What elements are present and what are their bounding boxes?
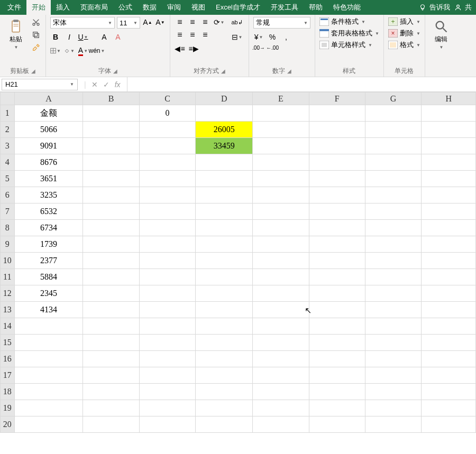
cell-F20[interactable] [309,416,365,433]
cell-G19[interactable] [365,400,421,416]
orientation-button[interactable]: ⟳▼ [214,17,224,27]
cell-C4[interactable] [139,154,196,171]
number-format-select[interactable]: 常规▼ [253,17,310,29]
cell-F11[interactable] [309,269,365,285]
cell-F15[interactable] [309,335,365,351]
cell-E3[interactable] [253,138,309,154]
menu-help[interactable]: 帮助 [304,0,328,15]
cell-A20[interactable] [14,416,83,433]
decrease-indent-button[interactable]: ◀≡ [175,43,185,54]
cell-E7[interactable] [253,203,309,220]
copy-button[interactable] [31,30,41,40]
cell-E18[interactable] [253,384,309,400]
cell-C19[interactable] [139,400,196,416]
cell-D13[interactable] [196,302,253,318]
cell-B8[interactable] [83,220,139,236]
cell-E1[interactable] [253,105,309,122]
delete-cells-button[interactable]: ×删除▼ [388,29,420,38]
align-top-button[interactable]: ≡ [175,17,185,27]
cell-G5[interactable] [365,171,421,187]
font-size-select[interactable]: 11▼ [117,17,140,29]
align-right-button[interactable]: ≡ [200,30,210,40]
cell-B17[interactable] [83,367,139,384]
cell-B16[interactable] [83,351,139,367]
cell-A18[interactable] [14,384,83,400]
cell-C7[interactable] [139,203,196,220]
cell-G20[interactable] [365,416,421,433]
format-cells-button[interactable]: 格式▼ [388,40,420,50]
cell-A11[interactable]: 5884 [14,269,83,285]
cell-H5[interactable] [422,171,476,187]
menu-special[interactable]: 特色功能 [328,0,366,15]
format-painter-button[interactable] [31,42,41,53]
cell-H2[interactable] [422,122,476,138]
cell-A9[interactable]: 1739 [14,236,83,253]
cell-E15[interactable] [253,335,309,351]
cell-D18[interactable] [196,384,253,400]
row-header-10[interactable]: 10 [1,253,15,269]
cell-G15[interactable] [365,335,421,351]
cell-A8[interactable]: 6734 [14,220,83,236]
cell-E12[interactable] [253,285,309,302]
menu-insert[interactable]: 插入 [51,0,75,15]
cell-A12[interactable]: 2345 [14,285,83,302]
col-header-H[interactable]: H [422,92,476,105]
col-header-G[interactable]: G [365,92,421,105]
cell-F3[interactable] [309,138,365,154]
cell-B14[interactable] [83,318,139,335]
menu-review[interactable]: 审阅 [162,0,186,15]
percent-button[interactable]: % [267,32,278,42]
cell-H20[interactable] [422,416,476,433]
cell-H8[interactable] [422,220,476,236]
cell-B12[interactable] [83,285,139,302]
cell-F17[interactable] [309,367,365,384]
cell-G13[interactable] [365,302,421,318]
cell-D7[interactable] [196,203,253,220]
cell-B5[interactable] [83,171,139,187]
align-left-button[interactable]: ≡ [175,30,185,40]
cell-H14[interactable] [422,318,476,335]
cell-A7[interactable]: 6532 [14,203,83,220]
formula-input[interactable] [127,79,476,90]
menu-data[interactable]: 数据 [138,0,162,15]
cell-E13[interactable] [253,302,309,318]
row-header-8[interactable]: 8 [1,220,15,236]
cell-A14[interactable] [14,318,83,335]
cell-H9[interactable] [422,236,476,253]
cell-C15[interactable] [139,335,196,351]
pinyin-button[interactable]: wén▼ [91,45,102,56]
cell-A5[interactable]: 3651 [14,171,83,187]
comma-button[interactable]: , [281,32,291,42]
cell-B19[interactable] [83,400,139,416]
col-header-B[interactable]: B [83,92,139,105]
increase-font-button[interactable]: A▲ [142,17,153,27]
dialog-launcher-icon[interactable]: ◢ [31,68,35,74]
cell-C6[interactable] [139,187,196,203]
cell-F1[interactable] [309,105,365,122]
cell-B7[interactable] [83,203,139,220]
cell-D3[interactable]: 33459 [196,138,253,154]
cell-G17[interactable] [365,367,421,384]
cell-E9[interactable] [253,236,309,253]
cell-E19[interactable] [253,400,309,416]
font-color-button[interactable]: A▼ [78,45,88,56]
cut-button[interactable] [31,17,41,27]
cell-G14[interactable] [365,318,421,335]
align-center-button[interactable]: ≡ [187,30,198,40]
increase-decimal-button[interactable]: .00→ [253,42,264,53]
cell-C8[interactable] [139,220,196,236]
cell-B11[interactable] [83,269,139,285]
cell-A4[interactable]: 8676 [14,154,83,171]
cell-G6[interactable] [365,187,421,203]
cell-H13[interactable] [422,302,476,318]
cell-D15[interactable] [196,335,253,351]
cell-B1[interactable] [83,105,139,122]
cell-H18[interactable] [422,384,476,400]
cell-B2[interactable] [83,122,139,138]
cell-H1[interactable] [422,105,476,122]
underline-button[interactable]: U▼ [78,32,88,42]
menu-formulas[interactable]: 公式 [113,0,138,15]
cell-A2[interactable]: 5066 [14,122,83,138]
cell-C11[interactable] [139,269,196,285]
cell-C9[interactable] [139,236,196,253]
